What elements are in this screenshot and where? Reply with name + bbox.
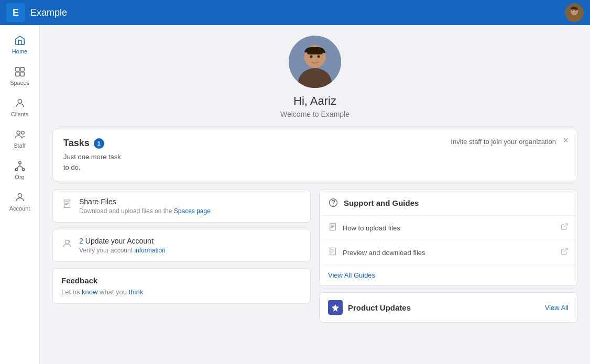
product-updates-title: Product Updates	[348, 303, 411, 312]
spaces-link[interactable]: Spaces page	[174, 207, 211, 215]
profile-name: Hi, Aariz	[293, 94, 336, 108]
content-grid: Share Files Download and upload files on…	[52, 190, 577, 323]
sidebar: Home Spaces Clients	[0, 25, 40, 364]
share-files-icon	[61, 198, 73, 212]
guide-doc-icon-1	[328, 247, 337, 258]
feedback-desc: Let us know what you think	[61, 288, 302, 296]
sidebar-label-home: Home	[12, 48, 27, 54]
navbar: E Example	[0, 0, 590, 25]
svg-point-15	[22, 168, 25, 171]
account-info-link[interactable]: information	[134, 247, 165, 254]
left-column: Share Files Download and upload files on…	[52, 190, 311, 323]
support-icon	[328, 197, 338, 208]
svg-rect-28	[65, 203, 69, 203]
tasks-badge: 1	[94, 138, 104, 149]
share-files-desc: Download and upload files on the Spaces …	[79, 207, 302, 215]
update-account-card: 2Update your Account Verify your account…	[52, 229, 311, 262]
svg-rect-38	[330, 248, 336, 255]
feedback-know-link[interactable]: know	[82, 288, 97, 296]
guide-doc-icon-0	[328, 222, 337, 234]
sidebar-item-staff[interactable]: Staff	[2, 124, 38, 154]
update-account-title: 2Update your Account	[79, 237, 302, 245]
feedback-think-link[interactable]: think	[129, 288, 143, 296]
guide-text-1: Preview and download files	[343, 249, 555, 257]
svg-point-13	[18, 161, 21, 164]
sidebar-label-account: Account	[9, 205, 30, 212]
profile-avatar	[289, 36, 341, 88]
product-updates-viewall-button[interactable]: View All	[545, 304, 569, 312]
svg-rect-9	[20, 72, 24, 76]
support-title: Support and Guides	[344, 198, 419, 207]
svg-point-21	[310, 56, 313, 58]
svg-point-32	[333, 205, 333, 205]
sidebar-item-account[interactable]: Account	[2, 186, 38, 217]
svg-rect-26	[64, 200, 70, 208]
svg-point-25	[322, 54, 326, 61]
share-files-content: Share Files Download and upload files on…	[79, 197, 302, 215]
svg-rect-33	[330, 223, 336, 230]
main-content: Hi, Aariz Welcome to Example Tasks 1 Inv…	[40, 25, 590, 364]
sidebar-item-home[interactable]: Home	[2, 29, 38, 60]
sidebar-label-clients: Clients	[11, 111, 29, 117]
task-number: 2	[79, 237, 83, 245]
svg-point-11	[17, 131, 20, 134]
tasks-card: Tasks 1 Invite staff to join your organi…	[52, 129, 577, 181]
sidebar-item-spaces[interactable]: Spaces	[2, 61, 38, 91]
guide-item-1[interactable]: Preview and download files	[320, 240, 577, 265]
sidebar-item-org[interactable]: Org	[2, 155, 38, 185]
external-link-icon-1	[560, 247, 569, 258]
svg-point-16	[18, 194, 21, 197]
svg-point-5	[575, 10, 576, 11]
svg-point-12	[21, 131, 24, 135]
svg-point-22	[318, 56, 320, 58]
tasks-close-button[interactable]: ×	[563, 136, 569, 145]
svg-point-4	[572, 10, 573, 11]
right-column: Support and Guides How to upload files	[319, 190, 577, 323]
profile-subtitle: Welcome to Example	[280, 110, 349, 118]
svg-point-30	[65, 240, 69, 244]
support-header: Support and Guides	[320, 190, 577, 216]
guide-item-0[interactable]: How to upload files	[320, 216, 577, 240]
update-account-icon	[61, 238, 73, 251]
feedback-card: Feedback Let us know what you think	[52, 268, 311, 304]
svg-rect-8	[15, 72, 19, 76]
svg-rect-29	[65, 204, 68, 205]
svg-line-42	[564, 248, 567, 252]
sidebar-item-clients[interactable]: Clients	[2, 92, 38, 123]
navbar-avatar[interactable]	[565, 3, 584, 22]
navbar-logo[interactable]: E	[6, 3, 25, 22]
svg-rect-6	[15, 68, 19, 71]
guide-text-0: How to upload files	[343, 224, 555, 232]
product-updates-left: Product Updates	[328, 300, 411, 315]
view-all-guides-button[interactable]: View All Guides	[320, 265, 577, 285]
share-files-title: Share Files	[79, 197, 302, 206]
update-account-desc: Verify your account information	[79, 247, 302, 254]
share-files-card: Share Files Download and upload files on…	[52, 190, 311, 223]
svg-rect-7	[20, 68, 24, 71]
support-card: Support and Guides How to upload files	[319, 190, 577, 286]
svg-point-14	[15, 168, 18, 171]
svg-marker-43	[332, 304, 339, 312]
product-updates-header: Product Updates View All	[328, 300, 569, 315]
navbar-title: Example	[30, 7, 67, 18]
feedback-title: Feedback	[61, 276, 302, 285]
tasks-subtitle: Just one more task to do.	[63, 152, 566, 172]
svg-line-37	[564, 224, 567, 227]
sidebar-label-spaces: Spaces	[10, 80, 29, 86]
svg-point-10	[18, 100, 21, 103]
tasks-title: Tasks	[63, 138, 90, 149]
navbar-left: E Example	[6, 3, 67, 22]
sidebar-label-staff: Staff	[14, 142, 25, 149]
external-link-icon-0	[560, 223, 569, 233]
svg-point-24	[304, 54, 308, 61]
tasks-invite-text: Invite staff to join your organization	[451, 138, 556, 146]
profile-section: Hi, Aariz Welcome to Example	[52, 36, 577, 118]
product-updates-icon	[328, 300, 343, 315]
sidebar-label-org: Org	[15, 174, 24, 180]
svg-rect-27	[65, 202, 69, 202]
layout: Home Spaces Clients	[0, 25, 590, 364]
update-account-content: 2Update your Account Verify your account…	[79, 237, 302, 254]
svg-rect-23	[307, 50, 323, 54]
product-updates-card: Product Updates View All	[319, 292, 577, 323]
